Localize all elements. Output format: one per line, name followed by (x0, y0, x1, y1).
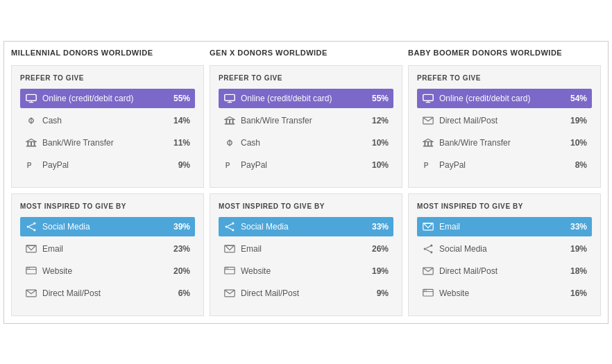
svg-rect-23 (225, 94, 235, 101)
share-icon (223, 220, 236, 233)
item-pct: 55% (168, 94, 190, 103)
svg-line-38 (228, 227, 232, 229)
item-label: Website (42, 266, 168, 276)
column-1: Gen X Donors WorldwidePrefer to GiveOnli… (210, 49, 402, 316)
item-label: Email (241, 244, 366, 254)
prefer-item-1-2: Cash10% (219, 133, 393, 153)
svg-point-66 (424, 290, 425, 291)
item-pct: 18% (565, 266, 587, 276)
prefer-card-2: Prefer to GiveOnline (credit/debit card)… (408, 65, 601, 188)
item-label: Cash (241, 138, 366, 148)
inspired-title-1: Most Inspired to Give By (219, 202, 393, 210)
item-label: Website (439, 288, 565, 298)
item-pct: 14% (168, 116, 190, 125)
inspired-card-1: Most Inspired to Give BySocial Media33%E… (210, 193, 402, 316)
inspired-item-1-2: Website19% (219, 261, 393, 281)
mail-icon (422, 114, 434, 127)
item-label: PayPal (241, 160, 366, 170)
svg-rect-27 (226, 119, 227, 123)
item-pct: 10% (366, 160, 389, 170)
website-icon (422, 287, 434, 300)
inspired-item-1-0: Social Media33% (219, 217, 393, 236)
prefer-title-2: Prefer to Give (417, 74, 592, 82)
item-pct: 12% (366, 116, 389, 125)
item-pct: 33% (565, 222, 587, 232)
column-title-0: Millennial Donors Worldwide (11, 49, 204, 57)
main-grid: Millennial Donors WorldwidePrefer to Giv… (11, 49, 601, 316)
item-label: PayPal (439, 160, 565, 170)
svg-rect-0 (26, 94, 36, 101)
item-pct: 19% (565, 116, 587, 125)
prefer-item-2-1: Direct Mail/Post19% (417, 111, 592, 130)
prefer-item-1-1: Bank/Wire Transfer12% (219, 111, 393, 130)
item-label: Email (439, 222, 565, 232)
svg-point-43 (226, 268, 227, 269)
prefer-item-0-2: Bank/Wire Transfer11% (20, 133, 195, 153)
prefer-item-0-3: PPayPal9% (20, 155, 195, 175)
infographic-container: Millennial Donors WorldwidePrefer to Giv… (3, 41, 609, 324)
prefer-item-0-1: Cash14% (20, 111, 195, 130)
svg-line-61 (426, 246, 430, 248)
inspired-item-0-0: Social Media39% (20, 217, 195, 236)
item-pct: 10% (565, 138, 587, 148)
svg-point-11 (33, 222, 35, 224)
item-pct: 26% (366, 244, 389, 254)
inspired-item-1-1: Email26% (219, 239, 393, 259)
svg-rect-30 (225, 123, 235, 125)
svg-marker-39 (226, 245, 235, 250)
item-label: Online (credit/debit card) (439, 94, 565, 103)
column-title-1: Gen X Donors Worldwide (210, 49, 402, 57)
item-label: Bank/Wire Transfer (42, 138, 168, 148)
bank-icon (25, 137, 37, 149)
svg-rect-8 (34, 141, 35, 146)
monitor-icon (422, 92, 434, 105)
item-pct: 6% (168, 288, 190, 298)
item-pct: 54% (565, 94, 587, 103)
svg-point-59 (430, 251, 432, 253)
item-pct: 9% (366, 288, 389, 298)
prefer-card-1: Prefer to GiveOnline (credit/debit card)… (210, 65, 402, 188)
item-pct: 33% (366, 222, 389, 232)
item-pct: 9% (168, 160, 190, 170)
item-label: Cash (42, 116, 168, 125)
prefer-item-1-3: PPayPal10% (219, 155, 393, 175)
svg-rect-53 (431, 141, 432, 146)
website-icon (25, 265, 37, 277)
svg-marker-5 (26, 139, 36, 141)
mail-icon (223, 287, 236, 300)
item-pct: 10% (366, 138, 389, 148)
inspired-item-0-2: Website20% (20, 261, 195, 281)
item-label: Bank/Wire Transfer (439, 138, 565, 148)
item-label: Social Media (42, 222, 168, 232)
website-icon (223, 265, 236, 277)
email-icon (223, 243, 236, 255)
svg-point-58 (430, 244, 432, 246)
inspired-card-0: Most Inspired to Give BySocial Media39%E… (11, 193, 204, 316)
cash-icon (223, 137, 236, 149)
item-label: Direct Mail/Post (439, 116, 565, 125)
column-2: Baby Boomer Donors WorldwidePrefer to Gi… (408, 49, 601, 316)
prefer-item-2-3: PPayPal8% (417, 155, 592, 175)
item-label: PayPal (42, 160, 168, 170)
svg-text:P: P (424, 161, 429, 168)
svg-rect-6 (27, 141, 28, 146)
svg-rect-46 (423, 94, 433, 101)
inspired-item-0-1: Email23% (20, 239, 195, 259)
svg-rect-9 (26, 146, 36, 147)
svg-marker-16 (27, 245, 36, 250)
item-pct: 39% (168, 222, 190, 232)
svg-point-34 (232, 222, 234, 224)
item-pct: 23% (168, 244, 190, 254)
inspired-item-0-3: Direct Mail/Post6% (20, 284, 195, 303)
cash-icon (25, 114, 37, 127)
item-label: Bank/Wire Transfer (241, 116, 366, 125)
item-pct: 19% (366, 266, 389, 276)
prefer-title-1: Prefer to Give (219, 74, 393, 82)
item-label: Social Media (439, 244, 565, 254)
svg-marker-50 (423, 139, 433, 141)
svg-line-62 (426, 249, 430, 251)
svg-point-20 (27, 268, 28, 269)
inspired-item-2-1: Social Media19% (417, 239, 592, 259)
svg-line-15 (29, 227, 33, 229)
inspired-item-2-2: Direct Mail/Post18% (417, 261, 592, 281)
